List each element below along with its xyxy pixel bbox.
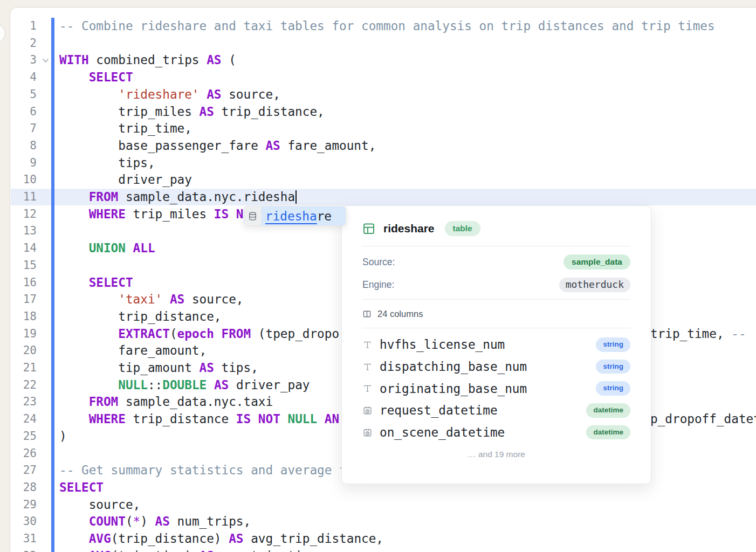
code-line-24-fragment[interactable]: p_dropoff_datet	[650, 411, 756, 428]
object-type-badge: table	[445, 221, 480, 237]
autocomplete-match-text: ridesha	[265, 209, 317, 223]
code-line-20[interactable]: fare_amount,	[59, 342, 207, 360]
line-number: 32	[13, 548, 37, 552]
line-number: 5	[13, 86, 37, 104]
line-number: 8	[13, 137, 37, 155]
line-number: 2	[13, 35, 37, 52]
line-number: 28	[13, 479, 37, 496]
meta-label: Source:	[362, 257, 395, 268]
code-line-9[interactable]: tips,	[59, 155, 155, 172]
columns-count-row: 24 columns	[362, 300, 630, 328]
column-type-badge: string	[596, 337, 630, 352]
code-line-1[interactable]: -- Combine rideshare and taxi tables for…	[59, 18, 715, 35]
column-row: dispatching_base_numstring	[362, 356, 630, 378]
column-name: on_scene_datetime	[380, 425, 586, 439]
line-number: 16	[13, 274, 37, 292]
code-line-11[interactable]: FROM sample_data.nyc.ridesha	[59, 189, 295, 206]
code-line-17[interactable]: 'taxi' AS source,	[59, 291, 244, 308]
meta-label: Engine:	[362, 279, 394, 291]
code-line-12[interactable]: WHERE trip_miles IS N	[59, 206, 244, 223]
divider	[362, 328, 630, 328]
line-number: 27	[13, 462, 37, 479]
line-number: 11	[13, 189, 37, 206]
autocomplete-popup: rideshare	[244, 206, 346, 226]
table-info-card: rideshare table Source:sample_dataEngine…	[341, 205, 651, 484]
autocomplete-rest-text: re	[317, 209, 332, 223]
code-line-29[interactable]: source,	[59, 496, 140, 514]
table-card-header: rideshare table	[362, 217, 630, 240]
text-type-icon	[362, 362, 373, 372]
meta-row: Source:sample_data	[362, 251, 630, 273]
line-number: 14	[13, 240, 37, 257]
code-line-23[interactable]: FROM sample_data.nyc.taxi	[59, 394, 273, 411]
line-number: 3	[13, 52, 37, 69]
line-number: 17	[13, 291, 37, 308]
code-line-22[interactable]: NULL::DOUBLE AS driver_pay	[59, 377, 310, 394]
code-line-27[interactable]: -- Get summary statistics and average f	[59, 462, 347, 479]
column-row: hvfhs_license_numstring	[362, 334, 630, 356]
line-number: 9	[13, 155, 37, 172]
table-name: rideshare	[383, 222, 435, 235]
code-line-14[interactable]: UNION ALL	[59, 240, 155, 257]
code-line-6[interactable]: trip_miles AS trip_distance,	[59, 104, 325, 121]
line-number: 7	[13, 120, 37, 137]
code-line-32[interactable]: AVG(trip_time) AS avg_trip_time,	[59, 548, 325, 552]
column-name: hvfhs_license_num	[380, 337, 596, 351]
line-number: 30	[13, 513, 37, 530]
divider	[362, 246, 630, 246]
panel-toggle-fragment[interactable]	[0, 24, 5, 43]
line-number: 12	[13, 206, 37, 223]
table-meta: Source:sample_dataEngine:motherduck	[362, 251, 630, 296]
code-line-3[interactable]: WITH combined_trips AS (	[59, 52, 236, 69]
line-number: 25	[13, 428, 37, 445]
code-line-4[interactable]: SELECT	[59, 69, 133, 86]
column-name: originating_base_num	[380, 382, 596, 396]
meta-row: Engine:motherduck	[362, 273, 630, 296]
column-name: request_datetime	[380, 403, 586, 417]
line-number: 23	[13, 394, 37, 411]
line-number: 18	[13, 308, 37, 326]
columns-icon	[362, 309, 372, 319]
line-number: 21	[13, 360, 37, 377]
datetime-icon	[362, 405, 373, 416]
column-row: on_scene_datetimedatetime	[362, 422, 630, 444]
line-number: 4	[13, 69, 37, 86]
database-icon	[244, 206, 262, 225]
code-line-18[interactable]: trip_distance,	[59, 308, 222, 326]
text-type-icon	[362, 340, 373, 350]
line-number: 19	[13, 326, 37, 343]
code-line-21[interactable]: tip_amount AS tips,	[59, 360, 258, 377]
change-indicator-bar	[51, 18, 54, 552]
meta-value-badge: sample_data	[563, 254, 630, 270]
column-type-badge: datetime	[586, 403, 630, 418]
line-number: 29	[13, 496, 37, 514]
code-line-28[interactable]: SELECT	[59, 479, 104, 496]
code-line-10[interactable]: driver_pay	[59, 171, 192, 189]
code-line-19-fragment[interactable]: trip_time, --	[650, 326, 746, 343]
code-line-25[interactable]: )	[59, 428, 67, 445]
code-line-19[interactable]: EXTRACT(epoch FROM (tpep_dropo	[59, 326, 339, 343]
text-cursor	[295, 190, 297, 204]
column-row: originating_base_numstring	[362, 377, 630, 399]
code-line-30[interactable]: COUNT(*) AS num_trips,	[59, 513, 251, 530]
column-type-badge: datetime	[586, 425, 630, 440]
datetime-icon	[362, 427, 373, 438]
more-columns-text: … and 19 more	[362, 450, 630, 459]
meta-value-badge: motherduck	[559, 278, 630, 292]
autocomplete-item-rideshare[interactable]: rideshare	[262, 206, 346, 225]
code-line-16[interactable]: SELECT	[59, 274, 133, 292]
code-line-24[interactable]: WHERE trip_distance IS NOT NULL AN	[59, 411, 339, 428]
code-line-31[interactable]: AVG(trip_distance) AS avg_trip_distance,	[59, 530, 383, 548]
line-number: 6	[13, 104, 37, 121]
line-number: 13	[13, 223, 37, 240]
line-number: 26	[13, 445, 37, 463]
code-line-7[interactable]: trip_time,	[59, 120, 192, 137]
code-line-5[interactable]: 'rideshare' AS source,	[59, 86, 280, 104]
line-number: 24	[13, 411, 37, 428]
line-number: 31	[13, 530, 37, 548]
columns-count-text: 24 columns	[377, 309, 423, 319]
column-type-badge: string	[596, 381, 630, 396]
code-line-8[interactable]: base_passenger_fare AS fare_amount,	[59, 137, 376, 155]
chevron-down-icon[interactable]	[42, 58, 50, 64]
line-number: 22	[13, 377, 37, 394]
